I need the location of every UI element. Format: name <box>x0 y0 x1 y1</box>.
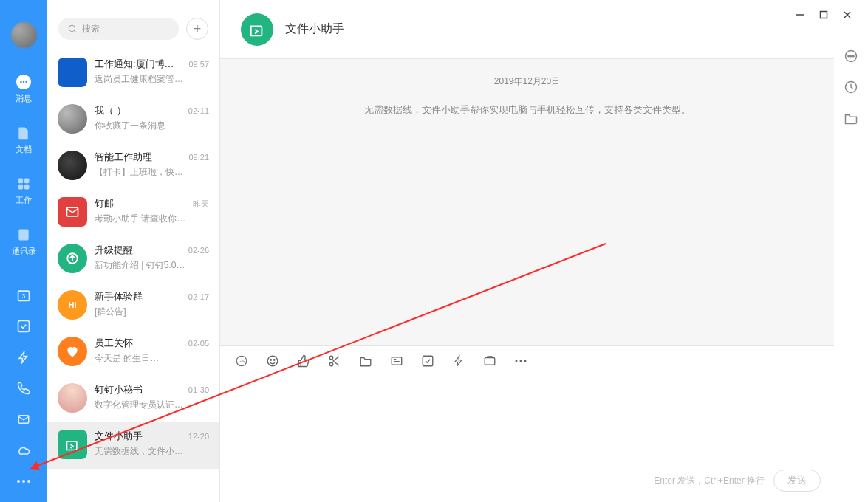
nav-label: 文档 <box>16 144 32 155</box>
svg-point-36 <box>853 55 855 57</box>
svg-rect-8 <box>18 230 28 241</box>
mail-icon[interactable] <box>16 412 31 427</box>
conversation-title: 文件小助手 <box>95 430 143 443</box>
conversation-time: 02-05 <box>188 339 209 348</box>
nav-contacts[interactable]: 通讯录 <box>12 227 36 257</box>
svg-rect-5 <box>24 179 30 184</box>
chat-message-area: 2019年12月20日 无需数据线，文件小助手帮你实现电脑与手机轻松互传，支持各… <box>220 59 834 345</box>
search-icon <box>67 24 78 34</box>
conversation-item[interactable]: 文件小助手12-20无需数据线，文件小… <box>47 422 219 469</box>
svg-point-14 <box>22 480 25 483</box>
svg-rect-7 <box>24 185 30 190</box>
search-placeholder: 搜索 <box>82 23 100 35</box>
conversation-title: 我（ ） <box>95 104 126 117</box>
conversation-item[interactable]: 我（ ）02-11你收藏了一条消息 <box>47 97 219 143</box>
scissors-icon[interactable] <box>328 354 341 368</box>
like-icon[interactable] <box>297 354 310 368</box>
svg-point-30 <box>520 360 522 362</box>
gif-icon[interactable]: GIF <box>235 354 248 368</box>
conversation-avatar <box>58 383 87 413</box>
chat-title: 文件小助手 <box>285 21 344 37</box>
task-icon[interactable] <box>421 354 434 368</box>
conversation-time: 02-11 <box>188 106 209 115</box>
svg-point-3 <box>25 81 27 83</box>
folder-icon[interactable] <box>359 354 372 368</box>
send-button[interactable]: 发送 <box>773 470 821 492</box>
conversation-snippet: 返岗员工健康档案管… <box>95 73 209 86</box>
conversation-avatar <box>58 337 87 366</box>
chat-bubble-icon <box>16 74 32 90</box>
apps-grid-icon <box>16 176 32 192</box>
user-avatar[interactable] <box>11 22 37 48</box>
rrail-folder-icon[interactable] <box>844 111 858 126</box>
svg-text:GIF: GIF <box>239 359 245 363</box>
screenshot-icon[interactable] <box>483 354 496 368</box>
minimize-button[interactable] <box>796 10 804 19</box>
conversation-title: 钉钉小秘书 <box>95 383 143 396</box>
chat-pane: 文件小助手 2019年12月20日 无需数据线，文件小助手帮你实现电脑与手机轻松… <box>220 0 834 502</box>
conversation-avatar: Hi <box>58 290 87 320</box>
conversation-time: 01-30 <box>188 385 209 394</box>
conversation-title: 员工关怀 <box>95 337 133 350</box>
svg-point-29 <box>516 360 518 362</box>
chat-avatar <box>241 13 273 46</box>
svg-point-2 <box>23 81 25 83</box>
editor-area: Enter 发送，Ctrl+Enter 换行 发送 <box>220 375 834 502</box>
svg-point-16 <box>69 25 75 31</box>
checkbox-icon[interactable] <box>16 319 31 334</box>
svg-point-35 <box>850 55 852 57</box>
nav-work[interactable]: 工作 <box>16 176 32 206</box>
rrail-history-icon[interactable] <box>844 80 858 94</box>
calendar-icon[interactable]: 3 <box>16 288 31 303</box>
conversation-title: 工作通知:厦门博… <box>95 58 174 71</box>
svg-rect-32 <box>821 12 827 18</box>
svg-point-23 <box>274 359 276 360</box>
chat-header: 文件小助手 <box>220 0 834 59</box>
more-icon[interactable] <box>16 474 31 489</box>
svg-point-31 <box>524 360 527 362</box>
conversation-snippet: 新功能介绍 | 钉钉5.0… <box>95 259 209 272</box>
conversation-time: 02-17 <box>188 292 209 301</box>
search-input[interactable]: 搜索 <box>58 18 179 40</box>
rrail-chat-icon[interactable] <box>844 49 858 63</box>
conversation-item[interactable]: 钉邮昨天考勤小助手:请查收你… <box>47 190 219 236</box>
conversation-item[interactable]: 工作通知:厦门博…09:57返岗员工健康档案管… <box>47 50 219 97</box>
conversation-snippet: 【打卡】上班啦，快… <box>95 166 209 179</box>
conversation-time: 09:21 <box>188 153 209 162</box>
phone-icon[interactable] <box>16 381 31 396</box>
svg-rect-4 <box>18 179 24 184</box>
conversation-item[interactable]: 钉钉小秘书01-30数字化管理专员认证… <box>47 376 219 422</box>
conversation-time: 12-20 <box>188 432 209 441</box>
date-separator: 2019年12月20日 <box>250 75 804 88</box>
conversation-item[interactable]: 升级提醒02-26新功能介绍 | 钉钉5.0… <box>47 236 219 283</box>
cloud-icon[interactable] <box>16 443 31 458</box>
left-rail: 消息 文档 工作 通讯录 3 <box>0 0 47 502</box>
conversation-snippet: 你收藏了一条消息 <box>95 120 209 132</box>
conversation-item[interactable]: 员工关怀02-05今天是 的生日… <box>47 329 219 376</box>
nav-docs[interactable]: 文档 <box>16 125 32 155</box>
conversation-item[interactable]: Hi新手体验群02-17[群公告] <box>47 283 219 329</box>
svg-point-1 <box>20 81 22 83</box>
conversation-avatar <box>58 244 87 273</box>
add-button[interactable]: + <box>186 18 208 40</box>
card-icon[interactable] <box>390 354 403 368</box>
more-tools-icon[interactable] <box>514 354 527 368</box>
conversation-time: 昨天 <box>193 199 209 210</box>
editor-toolbar: GIF <box>220 345 834 375</box>
conversation-snippet: 今天是 的生日… <box>95 352 209 365</box>
nav-label: 通讯录 <box>12 246 36 257</box>
conversation-snippet: [群公告] <box>95 306 209 318</box>
conversation-avatar <box>58 197 87 227</box>
emoji-icon[interactable] <box>266 354 279 368</box>
lightning-icon[interactable] <box>16 350 31 365</box>
nav-label: 消息 <box>16 93 32 104</box>
conversation-item[interactable]: 智能工作助理09:21【打卡】上班啦，快… <box>47 143 219 190</box>
conversation-avatar <box>58 58 87 87</box>
maximize-button[interactable] <box>819 10 828 19</box>
conversation-avatar <box>58 151 87 180</box>
system-message: 无需数据线，文件小助手帮你实现电脑与手机轻松互传，支持各类文件类型。 <box>250 101 804 120</box>
conversation-time: 09:57 <box>188 60 209 69</box>
nav-messages[interactable]: 消息 <box>16 74 32 104</box>
ding-icon[interactable] <box>452 354 465 368</box>
svg-rect-6 <box>18 185 24 190</box>
